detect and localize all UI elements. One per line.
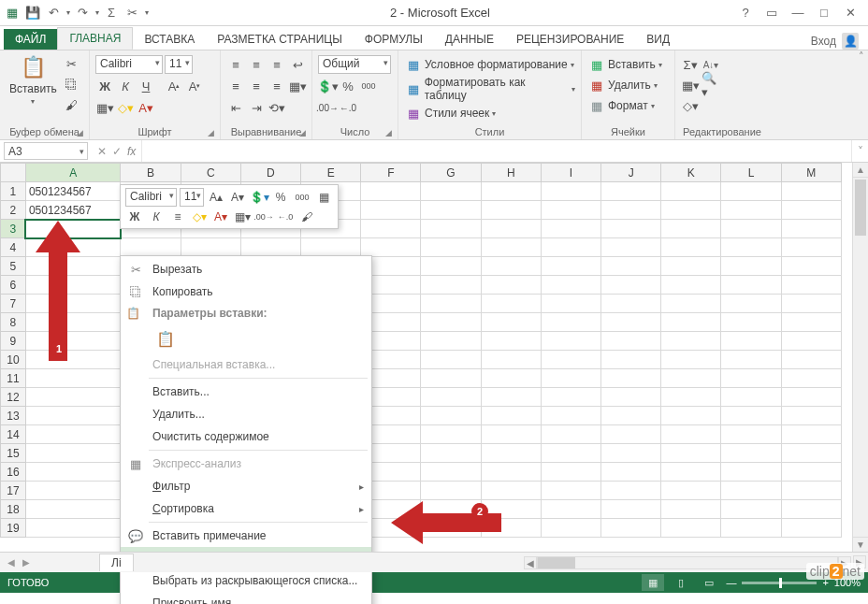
align-right-icon[interactable]: ≡ bbox=[268, 77, 286, 95]
cell-G4[interactable] bbox=[421, 238, 481, 257]
formula-input[interactable] bbox=[141, 140, 851, 162]
cell-J2[interactable] bbox=[601, 201, 661, 220]
cell-K4[interactable] bbox=[661, 238, 721, 257]
col-head-c[interactable]: C bbox=[181, 164, 240, 182]
mini-border-icon[interactable]: ▦▾ bbox=[233, 209, 252, 225]
cell-H1[interactable] bbox=[481, 182, 541, 201]
cell-L17[interactable] bbox=[721, 482, 781, 500]
cell-K13[interactable] bbox=[661, 407, 721, 425]
cell-H10[interactable] bbox=[481, 351, 541, 369]
mini-accounting-icon[interactable]: 💲▾ bbox=[250, 189, 268, 206]
paste-option-icon[interactable]: 📋 bbox=[152, 327, 179, 350]
col-head-f[interactable]: F bbox=[361, 164, 421, 182]
cell-A18[interactable] bbox=[25, 500, 121, 519]
cell-G12[interactable] bbox=[421, 388, 481, 407]
cancel-formula-icon[interactable]: ✕ bbox=[97, 145, 107, 158]
cell-I17[interactable] bbox=[541, 482, 600, 500]
row-head-8[interactable]: 8 bbox=[1, 313, 26, 332]
grow-font-icon[interactable]: A▴ bbox=[165, 77, 183, 95]
cell-K16[interactable] bbox=[661, 463, 721, 482]
save-icon[interactable]: 💾 bbox=[24, 5, 41, 22]
cell-L14[interactable] bbox=[721, 425, 781, 444]
view-page-layout-icon[interactable]: ▯ bbox=[670, 574, 692, 591]
insert-cells-button[interactable]: ▦Вставить▾ bbox=[587, 55, 662, 74]
fill-color-button[interactable]: ◇▾ bbox=[116, 98, 135, 117]
cell-J11[interactable] bbox=[601, 369, 661, 388]
mini-inc-decimal-icon[interactable]: .00→ bbox=[254, 209, 273, 225]
cell-L16[interactable] bbox=[721, 463, 781, 482]
decrease-indent-icon[interactable]: ⇤ bbox=[226, 98, 245, 117]
cell-A9[interactable] bbox=[25, 332, 121, 351]
cell-L19[interactable] bbox=[721, 519, 781, 538]
cell-K14[interactable] bbox=[661, 425, 721, 444]
find-select-icon[interactable]: 🔍▾ bbox=[702, 76, 720, 94]
cell-J15[interactable] bbox=[601, 444, 661, 463]
cell-H14[interactable] bbox=[481, 425, 541, 444]
ribbon-collapse-icon[interactable]: ˄ bbox=[859, 50, 864, 63]
cell-A12[interactable] bbox=[25, 388, 121, 407]
ctx-insert[interactable]: Вставить... bbox=[121, 381, 371, 403]
cell-I2[interactable] bbox=[541, 201, 600, 220]
mini-format-painter-icon[interactable]: 🖌 bbox=[297, 209, 316, 225]
copy-icon[interactable]: ⿻ bbox=[63, 75, 81, 93]
cell-K9[interactable] bbox=[661, 332, 721, 351]
format-painter-icon[interactable]: 🖌 bbox=[63, 95, 81, 114]
cell-A6[interactable] bbox=[25, 276, 121, 295]
cell-H19[interactable] bbox=[481, 519, 541, 538]
ctx-delete[interactable]: Удалить... bbox=[121, 403, 371, 425]
enter-formula-icon[interactable]: ✓ bbox=[112, 145, 122, 158]
font-dialog-launcher[interactable]: ◢ bbox=[208, 128, 214, 137]
format-cells-button[interactable]: ▦Формат▾ bbox=[587, 96, 655, 115]
ctx-insert-comment[interactable]: 💬Вставить примечание bbox=[121, 525, 371, 547]
cell-J19[interactable] bbox=[601, 519, 661, 538]
ctx-copy[interactable]: ⿻Копировать bbox=[121, 280, 371, 303]
col-head-m[interactable]: M bbox=[781, 164, 841, 182]
cell-J13[interactable] bbox=[601, 407, 661, 425]
cell-J7[interactable] bbox=[601, 295, 661, 313]
cell-A17[interactable] bbox=[25, 482, 121, 500]
ctx-pick-from-list[interactable]: Выбрать из раскрывающегося списка... bbox=[121, 569, 371, 592]
select-all-corner[interactable] bbox=[1, 164, 26, 182]
zoom-out-button[interactable]: — bbox=[726, 577, 736, 588]
col-head-l[interactable]: L bbox=[721, 164, 781, 182]
cell-H15[interactable] bbox=[481, 444, 541, 463]
undo-dropdown[interactable]: ▾ bbox=[66, 8, 70, 17]
tab-insert[interactable]: ВСТАВКА bbox=[133, 29, 206, 50]
cell-G9[interactable] bbox=[421, 332, 481, 351]
ctx-filter[interactable]: Фильтр▸ bbox=[121, 475, 371, 497]
col-head-d[interactable]: D bbox=[240, 164, 300, 182]
cell-G16[interactable] bbox=[421, 463, 481, 482]
cell-A19[interactable] bbox=[25, 519, 121, 538]
col-head-e[interactable]: E bbox=[301, 164, 361, 182]
col-head-b[interactable]: B bbox=[121, 164, 181, 182]
cell-M6[interactable] bbox=[781, 276, 841, 295]
tab-view[interactable]: ВИД bbox=[635, 29, 681, 50]
row-head-1[interactable]: 1 bbox=[1, 182, 26, 201]
cell-J10[interactable] bbox=[601, 351, 661, 369]
row-head-2[interactable]: 2 bbox=[1, 201, 26, 220]
cell-K15[interactable] bbox=[661, 444, 721, 463]
cell-G5[interactable] bbox=[421, 257, 481, 276]
cell-M9[interactable] bbox=[781, 332, 841, 351]
col-head-h[interactable]: H bbox=[481, 164, 541, 182]
cell-A8[interactable] bbox=[25, 313, 121, 332]
cell-G7[interactable] bbox=[421, 295, 481, 313]
mini-font-color-icon[interactable]: A▾ bbox=[211, 209, 230, 225]
row-head-3[interactable]: 3 bbox=[1, 220, 26, 238]
cell-G8[interactable] bbox=[421, 313, 481, 332]
cell-M3[interactable] bbox=[781, 220, 841, 238]
insert-function-icon[interactable]: fx bbox=[127, 145, 136, 158]
cell-I18[interactable] bbox=[541, 500, 600, 519]
cell-L4[interactable] bbox=[721, 238, 781, 257]
cell-L6[interactable] bbox=[721, 276, 781, 295]
cell-A5[interactable] bbox=[25, 257, 121, 276]
mini-percent-icon[interactable]: % bbox=[271, 189, 290, 206]
cell-G11[interactable] bbox=[421, 369, 481, 388]
cell-I5[interactable] bbox=[541, 257, 600, 276]
mini-dec-decimal-icon[interactable]: ←.0 bbox=[276, 209, 295, 225]
ctx-clear[interactable]: Очистить содержимое bbox=[121, 425, 371, 448]
tab-formulas[interactable]: ФОРМУЛЫ bbox=[354, 29, 434, 50]
row-head-6[interactable]: 6 bbox=[1, 276, 26, 295]
row-head-12[interactable]: 12 bbox=[1, 388, 26, 407]
col-head-j[interactable]: J bbox=[601, 164, 661, 182]
